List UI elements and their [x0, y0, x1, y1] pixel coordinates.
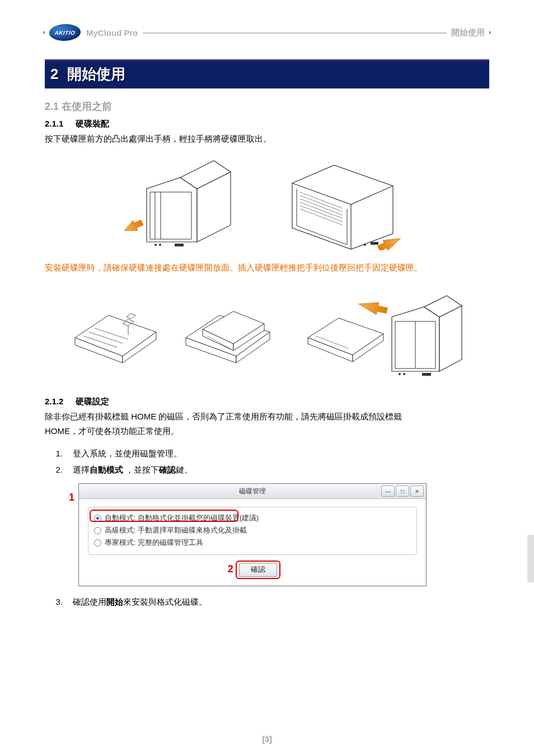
brand-logo: AKITIO — [48, 24, 81, 41]
svg-rect-8 — [175, 244, 184, 246]
step-2-number: 2. — [50, 462, 63, 478]
step-1-number: 1. — [50, 446, 63, 462]
step-3-post: 來安裝與格式化磁碟。 — [123, 597, 207, 606]
para-insert-tray: 安裝硬碟匣時，請確保硬碟連接處在硬碟匣開放面。插入硬碟匣輕推把手到位後壓回把手固… — [45, 260, 489, 275]
radio-auto[interactable] — [94, 515, 101, 522]
step-1: 1. 登入系統，並使用磁盤管理。 — [50, 446, 489, 462]
step-2-post: 鍵。 — [176, 465, 193, 474]
svg-point-7 — [159, 244, 161, 246]
para-eject-tray: 按下硬碟匣前方的凸出處彈出手柄，輕拉手柄將硬碟匣取出。 — [45, 132, 489, 146]
figure-insert-into-enclosure — [297, 284, 465, 380]
svg-rect-18 — [371, 242, 378, 245]
callout-1: 1 — [69, 492, 74, 503]
para-disk-setup-1: 除非你已經有掛載標籤 HOME 的磁區，否則為了正常使用所有功能，請先將磁區掛載… — [45, 409, 489, 424]
step-2-text: 選擇自動模式 ，並按下確認鍵。 — [73, 462, 193, 478]
window-maximize-button[interactable]: □ — [396, 486, 409, 497]
step-3: 3. 確認使用開始來安裝與格式化磁碟。 — [50, 594, 489, 610]
step-3-pre: 確認使用 — [73, 597, 106, 606]
para-disk-setup-2: HOME，才可使各項功能正常使用。 — [45, 424, 489, 438]
window-close-button[interactable]: ✕ — [410, 486, 424, 497]
svg-marker-43 — [308, 318, 383, 355]
step-3-number: 3. — [50, 594, 63, 610]
svg-marker-20 — [75, 315, 156, 356]
figure-tray-with-drive — [180, 284, 281, 380]
figure-enclosure-front — [124, 155, 247, 250]
page-header: AKITIO MyCloud Pro 開始使用 — [45, 22, 489, 43]
window-minimize-button[interactable]: — — [381, 486, 395, 497]
mode-auto-label: 自動模式: 自動格式化並掛載您的磁碟裝置(建議) — [105, 512, 259, 524]
figure-enclosure-rear — [281, 155, 410, 250]
mode-expert-row[interactable]: 專家模式: 完整的磁碟管理工具 — [93, 536, 412, 549]
step-2: 2. 選擇自動模式 ，並按下確認鍵。 — [50, 462, 489, 478]
figure-row-1 — [45, 155, 489, 250]
section-2-1-1-title: 硬碟裝配 — [76, 119, 109, 129]
svg-marker-47 — [357, 298, 388, 316]
svg-point-6 — [154, 244, 157, 246]
step-2-bold-confirm: 確認 — [159, 465, 176, 474]
svg-point-40 — [399, 373, 401, 375]
mode-expert-label: 專家模式: 完整的磁碟管理工具 — [105, 537, 203, 548]
side-index-tab — [527, 535, 534, 582]
header-section-name: 開始使用 — [447, 27, 489, 38]
mode-advanced-row[interactable]: 高級模式: 手動選擇單顆磁碟來格式化及掛載 — [93, 524, 412, 536]
svg-point-17 — [364, 244, 366, 246]
svg-marker-0 — [147, 178, 197, 242]
mode-auto-row[interactable]: 自動模式: 自動格式化並掛載您的磁碟裝置(建議) — [93, 512, 412, 524]
mode-advanced-label: 高級模式: 手動選擇單顆磁碟來格式化及掛載 — [105, 525, 247, 536]
dialog-titlebar: 磁碟管理 — □ ✕ — [79, 484, 426, 499]
chapter-bar: 2 開始使用 — [45, 59, 489, 88]
section-2-1-heading: 2.1 在使用之前 — [45, 100, 489, 113]
svg-marker-10 — [292, 165, 393, 249]
step-3-bold-start: 開始 — [106, 597, 123, 606]
steps-list-cont: 3. 確認使用開始來安裝與格式化磁碟。 — [50, 594, 489, 610]
svg-marker-27 — [127, 314, 135, 319]
section-2-1-1-number: 2.1.1 — [45, 119, 63, 128]
steps-list: 1. 登入系統，並使用磁盤管理。 2. 選擇自動模式 ，並按下確認鍵。 — [50, 446, 489, 478]
radio-advanced[interactable] — [94, 527, 101, 534]
step-1-text: 登入系統，並使用磁盤管理。 — [73, 446, 182, 462]
svg-point-41 — [403, 373, 405, 375]
svg-rect-42 — [422, 373, 431, 376]
callout-2: 2 — [228, 563, 233, 575]
step-2-mid: ，並按下 — [123, 465, 159, 474]
step-2-pre: 選擇 — [73, 465, 90, 474]
mode-radio-group: 自動模式: 自動格式化並掛載您的磁碟裝置(建議) 高級模式: 手動選擇單顆磁碟來… — [88, 507, 417, 555]
chapter-title: 開始使用 — [67, 64, 125, 84]
radio-expert[interactable] — [94, 539, 101, 547]
section-2-1-2-number: 2.1.2 — [45, 396, 63, 406]
step-3-text: 確認使用開始來安裝與格式化磁碟。 — [73, 594, 207, 610]
figure-row-2 — [45, 284, 489, 380]
chapter-number: 2 — [50, 66, 58, 83]
confirm-button[interactable]: 確認 — [239, 563, 277, 577]
step-2-bold-auto: 自動模式 — [90, 465, 123, 474]
section-2-1-2-title: 硬碟設定 — [76, 396, 109, 407]
dialog-title: 磁碟管理 — [239, 487, 266, 496]
product-name: MyCloud Pro — [86, 28, 138, 38]
page-number: [3] — [0, 735, 534, 744]
disk-manager-dialog: 磁碟管理 — □ ✕ 自動模式: 自動格式化並掛載您的磁碟裝置(建議) 高級模式… — [78, 483, 427, 586]
figure-tray — [69, 284, 165, 380]
svg-marker-9 — [124, 217, 144, 236]
